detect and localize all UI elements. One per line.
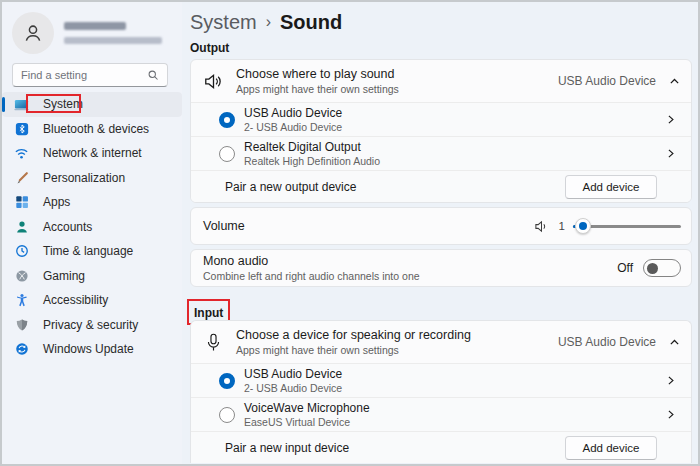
mono-audio-subtitle: Combine left and right audio channels in… <box>203 270 420 282</box>
breadcrumb: System › Sound <box>190 11 342 34</box>
sidebar-item-network-internet[interactable]: Network & internet <box>2 141 182 166</box>
toggle-knob <box>647 263 658 274</box>
sidebar-item-privacy-security[interactable]: Privacy & security <box>2 313 182 338</box>
mono-audio-state: Off <box>617 261 633 275</box>
breadcrumb-system[interactable]: System <box>190 11 257 34</box>
pair-input-label: Pair a new input device <box>225 441 349 455</box>
speaker-icon <box>203 72 223 91</box>
annotation-red-box-system <box>26 94 81 113</box>
output-expander-header[interactable]: Choose where to play sound Apps might ha… <box>191 60 691 102</box>
page-title: Sound <box>280 11 342 34</box>
update-icon <box>14 342 29 357</box>
output-option-usb-audio[interactable]: USB Audio Device 2- USB Audio Device <box>191 102 691 136</box>
sidebar-item-gaming[interactable]: Gaming <box>2 264 182 289</box>
clock-icon <box>14 244 29 259</box>
input-option-usb-audio[interactable]: USB Audio Device 2- USB Audio Device <box>191 363 691 397</box>
sidebar-item-label: Personalization <box>43 171 125 185</box>
output-expander-subtitle: Apps might have their own settings <box>236 83 399 95</box>
output-option-realtek[interactable]: Realtek Digital Output Realtek High Defi… <box>191 136 691 170</box>
shield-icon <box>14 317 29 332</box>
sidebar-item-accounts[interactable]: Accounts <box>2 215 182 240</box>
option-name: Realtek Digital Output <box>244 140 380 154</box>
main-content: System › Sound Output Choose where to pl… <box>182 2 698 464</box>
sidebar-item-apps[interactable]: Apps <box>2 190 182 215</box>
xbox-icon <box>14 268 29 283</box>
accessibility-person-icon <box>14 293 29 308</box>
sidebar-item-bluetooth-devices[interactable]: Bluetooth & devices <box>2 117 182 142</box>
output-section-label: Output <box>190 41 229 55</box>
user-email-redacted <box>64 37 162 44</box>
user-profile[interactable] <box>12 12 162 54</box>
mono-audio-title: Mono audio <box>203 254 420 268</box>
microphone-icon <box>203 333 223 352</box>
option-desc: Realtek High Definition Audio <box>244 155 380 167</box>
radio-unselected[interactable] <box>219 146 235 162</box>
search-input[interactable]: Find a setting <box>12 63 168 87</box>
input-expander-title: Choose a device for speaking or recordin… <box>236 328 471 342</box>
search-placeholder: Find a setting <box>21 69 147 81</box>
input-devices-card: Choose a device for speaking or recordin… <box>190 320 692 463</box>
input-expander-subtitle: Apps might have their own settings <box>236 344 471 356</box>
volume-value: 1 <box>559 220 565 232</box>
breadcrumb-chevron-icon: › <box>266 13 271 33</box>
sidebar-item-personalization[interactable]: Personalization <box>2 166 182 191</box>
brush-icon <box>14 170 29 185</box>
selection-indicator <box>2 97 5 112</box>
sidebar: Find a setting <box>2 2 182 464</box>
user-name-redacted <box>64 22 126 30</box>
volume-card: Volume 1 <box>190 207 692 245</box>
chevron-right-icon[interactable] <box>664 147 677 160</box>
option-desc: 2- USB Audio Device <box>244 121 342 133</box>
sidebar-item-label: Bluetooth & devices <box>43 122 149 136</box>
option-name: VoiceWave Microphone <box>244 401 370 415</box>
sidebar-item-label: Accounts <box>43 220 92 234</box>
sidebar-item-label: Time & language <box>43 244 133 258</box>
input-option-voicewave[interactable]: VoiceWave Microphone EaseUS Virtual Devi… <box>191 397 691 431</box>
chevron-up-icon[interactable] <box>668 75 681 88</box>
chevron-right-icon[interactable] <box>664 374 677 387</box>
sidebar-item-label: Apps <box>43 195 70 209</box>
mono-audio-toggle[interactable] <box>643 259 681 277</box>
add-output-device-button[interactable]: Add device <box>565 175 657 199</box>
sidebar-item-windows-update[interactable]: Windows Update <box>2 337 182 362</box>
output-selected-device: USB Audio Device <box>558 74 656 88</box>
add-input-device-button[interactable]: Add device <box>565 436 657 460</box>
pair-output-row: Pair a new output device Add device <box>191 170 691 202</box>
pair-input-row: Pair a new input device Add device <box>191 431 691 463</box>
radio-unselected[interactable] <box>219 407 235 423</box>
pair-output-label: Pair a new output device <box>225 180 356 194</box>
option-name: USB Audio Device <box>244 106 342 120</box>
sidebar-item-label: Windows Update <box>43 342 134 356</box>
apps-grid-icon <box>14 195 29 210</box>
chevron-right-icon[interactable] <box>664 408 677 421</box>
output-expander-text: Choose where to play sound Apps might ha… <box>236 67 399 95</box>
volume-slider[interactable] <box>573 218 681 234</box>
option-desc: 2- USB Audio Device <box>244 382 342 394</box>
sidebar-item-system[interactable]: System <box>2 92 182 117</box>
mono-audio-card: Mono audio Combine left and right audio … <box>190 249 692 287</box>
settings-window: Find a setting <box>0 0 700 466</box>
chevron-right-icon[interactable] <box>664 113 677 126</box>
input-section-label: Input <box>194 306 223 320</box>
output-devices-card: Choose where to play sound Apps might ha… <box>190 59 692 203</box>
radio-selected[interactable] <box>219 373 235 389</box>
input-expander-header[interactable]: Choose a device for speaking or recordin… <box>191 321 691 363</box>
radio-selected[interactable] <box>219 112 235 128</box>
chevron-up-icon[interactable] <box>668 336 681 349</box>
volume-label: Volume <box>203 219 245 233</box>
sidebar-item-accessibility[interactable]: Accessibility <box>2 288 182 313</box>
volume-speaker-icon[interactable] <box>534 219 549 234</box>
output-expander-title: Choose where to play sound <box>236 67 399 81</box>
option-desc: EaseUS Virtual Device <box>244 416 370 428</box>
sidebar-item-label: Privacy & security <box>43 318 138 332</box>
profile-text <box>64 22 162 44</box>
avatar <box>12 12 54 54</box>
search-icon <box>147 69 159 81</box>
sidebar-item-time-language[interactable]: Time & language <box>2 239 182 264</box>
option-name: USB Audio Device <box>244 367 342 381</box>
bluetooth-icon <box>14 121 29 136</box>
sidebar-item-label: Accessibility <box>43 293 108 307</box>
sidebar-item-label: Network & internet <box>43 146 142 160</box>
sidebar-item-label: Gaming <box>43 269 85 283</box>
slider-thumb[interactable] <box>575 218 591 234</box>
